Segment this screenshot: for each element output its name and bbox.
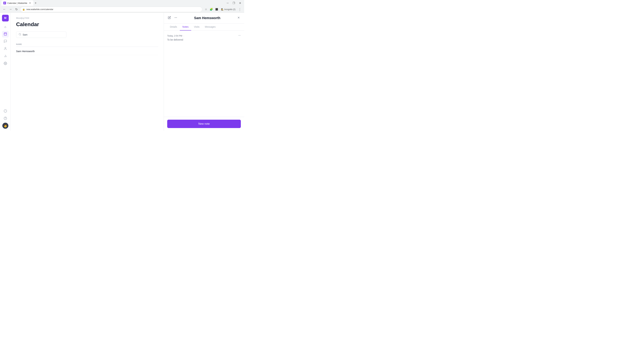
browser-tab[interactable]: M Calendar | Waitwhile ✕ <box>1 0 33 6</box>
sidebar-item-home[interactable]: ⌂ <box>2 23 9 30</box>
table-row[interactable]: Sam Hemsworth <box>16 47 158 55</box>
restore-button[interactable]: ❐ <box>231 1 237 5</box>
browser-controls: ← → ↻ 🔒 new.waitwhile.com/calendar ☆ 🧩 ⬛… <box>0 6 244 13</box>
chat-icon <box>4 39 7 44</box>
tab-messages[interactable]: Messages <box>202 23 218 30</box>
more-options-button[interactable] <box>174 15 178 21</box>
svg-point-8 <box>5 63 6 64</box>
sidebar-item-alerts[interactable] <box>2 108 9 115</box>
url-text: new.waitwhile.com/calendar <box>26 8 53 10</box>
svg-line-15 <box>20 35 21 35</box>
help-icon <box>4 117 7 121</box>
new-tab-button[interactable]: + <box>33 1 38 5</box>
panel-header: Sam Hemsworth <box>164 13 244 23</box>
main-content: Moodjoy7434 Calendar NAME Sam Hemsworth <box>11 13 164 131</box>
svg-rect-0 <box>4 33 6 35</box>
calendar-icon <box>4 32 7 36</box>
users-icon <box>4 47 7 51</box>
sidebar-item-users[interactable] <box>2 45 9 52</box>
settings-icon <box>4 62 7 66</box>
close-button[interactable]: ✕ <box>237 1 243 5</box>
refresh-button[interactable]: ↻ <box>14 7 19 12</box>
user-avatar[interactable]: 🧑 <box>2 123 8 129</box>
extensions-button[interactable]: 🧩 <box>209 7 214 12</box>
tab-close-button[interactable]: ✕ <box>29 2 31 4</box>
search-icon <box>18 33 21 36</box>
avatar-emoji: 🧑 <box>4 124 7 128</box>
browser-titlebar: M Calendar | Waitwhile ✕ + ─ ❐ ✕ <box>0 0 244 6</box>
tab-details[interactable]: Details <box>167 23 180 30</box>
edit-button[interactable] <box>167 15 172 21</box>
panel-tabs: Details Notes Visits Messages <box>164 23 244 31</box>
note-more-button[interactable] <box>238 34 241 37</box>
bookmark-button[interactable]: ☆ <box>204 7 208 12</box>
new-note-button[interactable]: New note <box>167 120 241 128</box>
incognito-badge: 🕵 Incognito (2) <box>220 7 237 12</box>
sidebar-item-help[interactable] <box>2 115 9 122</box>
panel-close-button[interactable] <box>236 15 241 21</box>
incognito-icon: 🕵 <box>221 8 224 10</box>
app-container: M ⌂ <box>0 13 244 131</box>
lock-icon: 🔒 <box>22 8 25 10</box>
right-panel: Sam Hemsworth Details Notes Visits Messa… <box>164 13 244 131</box>
back-button[interactable]: ← <box>2 7 7 12</box>
svg-point-18 <box>176 17 177 18</box>
minimize-button[interactable]: ─ <box>225 1 230 5</box>
tab-visits[interactable]: Visits <box>191 23 202 30</box>
sidebar-bottom: 🧑 <box>2 108 9 129</box>
address-bar[interactable]: 🔒 new.waitwhile.com/calendar <box>20 7 202 12</box>
page-title: Calendar <box>16 21 158 27</box>
panel-body: Today, 2:54 PM · To be delivered <box>164 31 244 117</box>
home-icon: ⌂ <box>4 25 6 29</box>
search-input[interactable] <box>23 33 64 36</box>
table-header: NAME <box>16 42 158 47</box>
sidebar-item-analytics[interactable] <box>2 53 9 60</box>
panel-title: Sam Hemsworth <box>180 16 234 20</box>
svg-point-16 <box>175 17 175 18</box>
forward-button[interactable]: → <box>8 7 13 12</box>
tab-notes[interactable]: Notes <box>180 23 191 30</box>
svg-point-4 <box>5 47 6 48</box>
org-label: Moodjoy7434 <box>16 17 158 19</box>
alerts-icon <box>4 109 7 113</box>
tab-favicon: M <box>3 2 6 4</box>
note-time: Today, 2:54 PM · <box>167 34 184 37</box>
svg-point-22 <box>239 35 240 35</box>
tab-title: Calendar | Waitwhile <box>8 2 27 4</box>
svg-point-14 <box>19 33 21 35</box>
row-name: Sam Hemsworth <box>16 50 35 53</box>
browser-actions: ☆ 🧩 ⬛ 🕵 Incognito (2) ⋮ <box>204 7 242 12</box>
sidebar: M ⌂ <box>0 13 11 131</box>
search-bar[interactable] <box>16 31 66 38</box>
note-content: To be delivered <box>167 38 241 41</box>
svg-point-17 <box>176 17 176 18</box>
sidebar-item-settings[interactable] <box>2 60 9 67</box>
note-item: Today, 2:54 PM · To be delivered <box>167 34 241 41</box>
note-meta: Today, 2:54 PM · <box>167 34 241 37</box>
col-name-header: NAME <box>16 43 22 45</box>
sidebar-item-calendar[interactable] <box>2 31 9 37</box>
panel-footer: New note <box>164 117 244 131</box>
profile-button[interactable]: ⬛ <box>214 7 219 12</box>
analytics-icon <box>4 54 7 58</box>
brand-avatar[interactable]: M <box>2 15 9 21</box>
sidebar-item-chat[interactable] <box>2 38 9 45</box>
browser-menu-button[interactable]: ⋮ <box>238 7 242 12</box>
